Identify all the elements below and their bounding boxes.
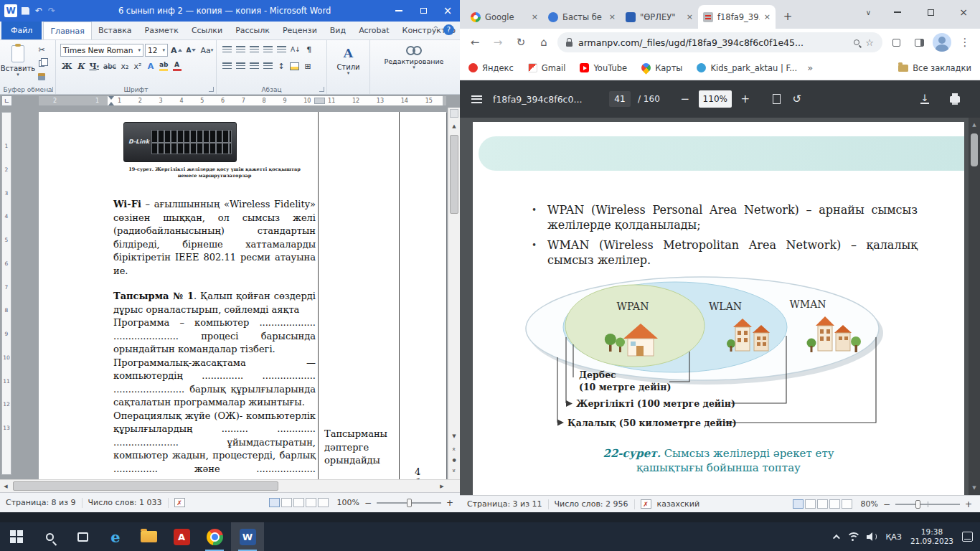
print-layout-view-icon[interactable] — [793, 499, 804, 509]
page-indicator[interactable]: Страница: 3 из 11 — [467, 499, 542, 509]
home-icon[interactable]: ⌂ — [534, 33, 553, 52]
spellcheck-icon[interactable]: ✗ — [174, 498, 185, 507]
network-icon[interactable] — [847, 532, 858, 542]
font-size-select[interactable]: 12▾ — [145, 44, 168, 57]
dialog-launcher-icon[interactable] — [319, 87, 324, 92]
search-button[interactable] — [33, 522, 66, 551]
pdf-print-icon[interactable] — [948, 96, 961, 103]
back-icon[interactable]: ← — [466, 33, 484, 52]
first-line-indent-marker[interactable] — [108, 96, 114, 100]
start-button[interactable] — [0, 522, 33, 551]
address-bar[interactable]: armanpv.com/_files/ugd/f18fa9_394c8f6c0f… — [557, 32, 882, 52]
zoom-slider[interactable] — [377, 502, 441, 504]
reading-view-icon[interactable] — [281, 498, 292, 507]
tab-close-icon[interactable]: × — [609, 12, 616, 22]
zoom-level[interactable]: 80% — [861, 499, 878, 509]
ribbon-collapse-icon[interactable]: ^ — [433, 25, 438, 32]
format-painter-icon[interactable] — [36, 71, 47, 83]
shading-icon[interactable] — [288, 60, 301, 72]
ribbon-tab[interactable]: Ссылки — [185, 22, 229, 39]
pdf-page-input[interactable]: 41 — [609, 91, 631, 107]
bookmark-gmail[interactable]: Gmail — [528, 63, 566, 73]
pdf-zoom-out-icon[interactable]: − — [679, 93, 692, 105]
vertical-ruler[interactable]: 12345678910111213 — [1, 112, 11, 475]
subscript-button[interactable]: x₂ — [119, 60, 131, 72]
sort-icon[interactable]: А↓ — [289, 44, 302, 55]
bold-button[interactable]: Ж — [60, 60, 73, 72]
spellcheck-icon[interactable]: ✗ — [641, 499, 651, 509]
pdf-fit-icon[interactable] — [771, 94, 783, 104]
borders-icon[interactable]: ⊞ — [302, 60, 314, 72]
highlight-color-button[interactable]: ab — [158, 60, 170, 72]
print-layout-view-icon[interactable] — [269, 498, 280, 507]
editing-button[interactable]: Редактирование ▾ — [370, 40, 458, 94]
tab-close-icon[interactable]: × — [764, 12, 771, 22]
dialog-launcher-icon[interactable] — [209, 87, 214, 92]
reload-icon[interactable]: ↻ — [512, 33, 530, 52]
all-bookmarks-button[interactable]: Все закладки — [898, 63, 971, 73]
scroll-left-button[interactable]: ◀ — [0, 480, 11, 492]
forward-icon[interactable]: → — [489, 33, 507, 52]
bookmark-maps[interactable]: Карты — [641, 63, 682, 73]
vertical-scrollbar[interactable]: ▲ ▼ « ● » — [448, 108, 460, 479]
taskbar-word-button[interactable]: W — [231, 522, 264, 551]
minimize-button[interactable] — [387, 0, 411, 22]
ribbon-tab[interactable]: Вид — [324, 22, 352, 39]
zoom-slider-thumb[interactable] — [915, 500, 920, 509]
taskbar-file-explorer-button[interactable] — [132, 522, 165, 551]
ribbon-tab[interactable]: Рецензи — [276, 22, 324, 39]
scroll-down-button[interactable]: ▼ — [969, 482, 980, 494]
line-spacing-icon[interactable]: ↕ — [275, 60, 287, 72]
extensions-icon[interactable] — [887, 33, 905, 52]
pilcrow-icon[interactable]: ¶ — [303, 44, 315, 55]
tab-close-icon[interactable]: × — [687, 12, 693, 22]
ribbon-tab[interactable]: Разметк — [138, 22, 185, 39]
new-tab-button[interactable]: + — [778, 7, 797, 26]
language-indicator[interactable]: ҚАЗ — [885, 532, 901, 542]
justify-icon[interactable] — [262, 60, 274, 72]
zoom-in-icon[interactable]: + — [964, 499, 973, 509]
save-icon[interactable] — [22, 7, 29, 15]
ribbon-tab[interactable]: Acrobat — [352, 22, 395, 39]
taskbar-acrobat-button[interactable]: A — [165, 522, 198, 551]
taskbar-edge-button[interactable]: e — [99, 522, 132, 551]
document-text[interactable]: Wi-Fi – ағылшынның «Wireless Fidelity» с… — [113, 198, 316, 479]
hanging-indent-marker[interactable] — [108, 102, 114, 105]
bookmarks-overflow-icon[interactable]: » — [807, 62, 813, 73]
tab-selector[interactable]: ∟ — [1, 95, 12, 106]
pdf-scrollbar[interactable]: ▲ ▼ — [969, 118, 980, 495]
scroll-up-button[interactable]: ▲ — [969, 119, 980, 131]
change-case-button[interactable]: Аа▾ — [199, 44, 215, 56]
scrollbar-thumb[interactable] — [971, 133, 978, 166]
bookmark-yandex[interactable]: Яндекс — [468, 63, 514, 73]
pdf-viewport[interactable]: WPAN (Wireless Personal Area Network) – … — [460, 118, 980, 495]
align-left-icon[interactable] — [221, 60, 233, 72]
lock-icon[interactable] — [566, 42, 573, 47]
text-effects-button[interactable]: А — [145, 60, 156, 72]
numbered-list-icon[interactable] — [235, 44, 247, 55]
chrome-menu-icon[interactable]: ⋮ — [956, 33, 974, 52]
draft-view-icon[interactable] — [318, 498, 329, 507]
zoom-in-icon[interactable]: + — [446, 498, 454, 508]
scroll-right-button[interactable]: ▶ — [436, 480, 448, 492]
cut-icon[interactable]: ✂ — [36, 44, 47, 55]
ribbon-tab[interactable]: Рассылк — [229, 22, 276, 39]
ruler-toggle-button[interactable] — [450, 109, 458, 118]
grow-font-button[interactable]: А — [169, 44, 184, 56]
pdf-menu-icon[interactable] — [470, 95, 483, 103]
zoom-out-icon[interactable]: − — [364, 498, 372, 508]
ribbon-tab[interactable]: Файл — [1, 22, 42, 39]
styles-button[interactable]: А Стили ▾ — [327, 40, 370, 94]
maximize-button[interactable] — [914, 0, 947, 24]
reading-view-icon[interactable] — [805, 499, 816, 509]
close-button[interactable]: × — [435, 0, 460, 22]
scrollbar-thumb[interactable] — [13, 481, 278, 491]
maximize-button[interactable] — [411, 0, 435, 22]
profile-avatar[interactable] — [933, 33, 951, 52]
draft-view-icon[interactable] — [842, 499, 852, 509]
font-name-select[interactable]: Times New Roman▾ — [60, 44, 143, 57]
zoom-out-icon[interactable]: − — [882, 499, 891, 509]
volume-icon[interactable] — [867, 532, 877, 541]
zoom-slider[interactable] — [895, 504, 960, 505]
browser-tab-pdf-active[interactable]: f18fa9_39... × — [698, 5, 776, 29]
